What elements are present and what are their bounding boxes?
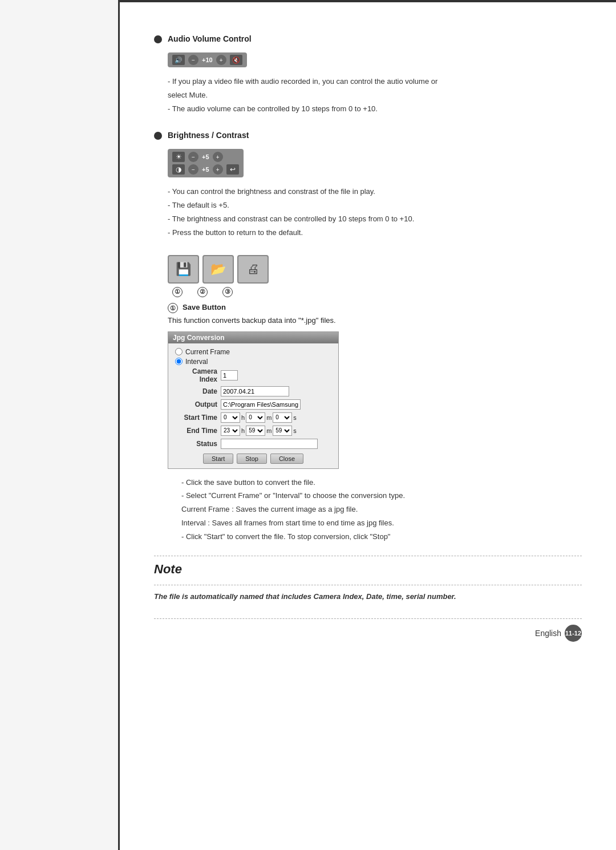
- end-time-row: End Time 23 h 59 m 59 s: [175, 426, 331, 436]
- dialog-buttons: Start Stop Close: [175, 454, 331, 464]
- brightness-desc4: - Press the button to return to the defa…: [168, 227, 582, 239]
- contrast-plus-icon[interactable]: +: [213, 164, 223, 175]
- brightness-desc3: - The brightness and constrast can be co…: [168, 213, 582, 225]
- save-number: ①: [168, 303, 178, 313]
- option-interval-label: Interval: [185, 358, 208, 366]
- option-current-frame-row: Current Frame: [175, 348, 331, 356]
- option-current-frame-label: Current Frame: [185, 348, 230, 356]
- contrast-minus-icon[interactable]: −: [188, 164, 198, 175]
- icon-buttons-row: 💾 📂 🖨: [168, 255, 582, 284]
- start-button[interactable]: Start: [203, 454, 233, 464]
- date-row: Date: [175, 386, 331, 396]
- audio-bullet-dot: [154, 35, 162, 43]
- save-bullet-5: - Click "Start" to convert the file. To …: [181, 531, 582, 543]
- audio-label: Audio Volume Control: [168, 34, 252, 43]
- status-input: [221, 439, 318, 449]
- camera-index-label: Camera Index: [175, 367, 221, 383]
- brightness-value: +5: [202, 153, 209, 160]
- end-time-label: End Time: [175, 427, 221, 435]
- end-min-select[interactable]: 59: [246, 426, 265, 436]
- output-label: Output: [175, 400, 221, 408]
- page-footer: English 11-12: [154, 625, 582, 642]
- btn-label-3: ③: [222, 287, 233, 297]
- save-bullet-2: - Select "Current Frame" or "Interval" t…: [181, 490, 582, 502]
- contrast-value: +5: [202, 166, 209, 173]
- output-input[interactable]: [221, 399, 301, 410]
- separator-line: [154, 556, 582, 556]
- main-content: Audio Volume Control 🔊 − +10 + 🔇 - If yo…: [120, 0, 616, 850]
- brightness-plus-icon[interactable]: +: [213, 152, 223, 162]
- start-min-select[interactable]: 0: [246, 412, 265, 423]
- brightness-bullet-item: Brightness / Contrast: [154, 131, 582, 140]
- stop-button[interactable]: Stop: [237, 454, 267, 464]
- brightness-control-bar: ☀ − +5 + ◑ − +5: [168, 149, 244, 177]
- jpg-dialog: Jpg Conversion Current Frame Interval Ca…: [168, 331, 339, 469]
- end-hour-select[interactable]: 23: [221, 426, 240, 436]
- note-heading: Note: [154, 562, 582, 577]
- start-sec-select[interactable]: 0: [273, 412, 292, 423]
- start-hour-select[interactable]: 0: [221, 412, 240, 423]
- audio-bullet-item: Audio Volume Control: [154, 34, 582, 43]
- speaker-icon: 🔊: [172, 55, 185, 65]
- brightness-row2: ◑ − +5 + ↩: [172, 164, 239, 175]
- mute-icon[interactable]: 🔇: [230, 55, 242, 65]
- brightness-section: Brightness / Contrast ☀ − +5 +: [154, 131, 582, 238]
- save-desc: This function converts backup data into …: [168, 316, 582, 325]
- option-interval-radio[interactable]: [175, 358, 183, 365]
- save-section: ① Save Button This function converts bac…: [168, 303, 582, 543]
- start-time-row: Start Time 0 h 0 m 0 s: [175, 412, 331, 423]
- return-icon[interactable]: ↩: [226, 164, 239, 175]
- audio-desc1b: select Mute.: [168, 90, 582, 102]
- save-icon-button[interactable]: 💾: [168, 255, 199, 284]
- status-row: Status: [175, 439, 331, 449]
- option-interval-row: Interval: [175, 358, 331, 366]
- icon-buttons-labels: ① ② ③: [168, 287, 582, 297]
- note-section: Note The file is automatically named tha…: [154, 562, 582, 603]
- btn-label-1: ①: [172, 287, 183, 297]
- audio-section: Audio Volume Control 🔊 − +10 + 🔇 - If yo…: [154, 34, 582, 115]
- btn-label-2: ②: [197, 287, 208, 297]
- save-bullet-3: Current Frame : Saves the current image …: [181, 504, 582, 516]
- audio-desc1: - If you play a video file with audio re…: [168, 76, 582, 88]
- output-row: Output: [175, 399, 331, 410]
- save-title-row: ① Save Button: [168, 303, 582, 314]
- save-bullet-4: Interval : Saves all frames from start t…: [181, 517, 582, 529]
- brightness-desc1: - You can control the brightness and con…: [168, 186, 582, 198]
- start-time-label: Start Time: [175, 414, 221, 422]
- audio-control-bar: 🔊 − +10 + 🔇: [168, 52, 247, 67]
- jpg-dialog-body: Current Frame Interval Camera Index Date: [168, 343, 338, 468]
- left-sidebar: [0, 0, 120, 850]
- save-title: Save Button: [183, 303, 226, 311]
- brightness-label: Brightness / Contrast: [168, 131, 249, 140]
- option-current-frame-radio[interactable]: [175, 348, 183, 355]
- contrast-icon: ◑: [172, 164, 185, 175]
- save-bullet-1: - Click the save button to convert the f…: [181, 477, 582, 489]
- language-label: English: [535, 629, 561, 638]
- date-input[interactable]: [221, 386, 289, 396]
- page-wrapper: Audio Volume Control 🔊 − +10 + 🔇 - If yo…: [0, 0, 616, 850]
- status-label: Status: [175, 440, 221, 448]
- audio-value: +10: [202, 56, 213, 63]
- date-label: Date: [175, 387, 221, 395]
- close-button[interactable]: Close: [270, 454, 303, 464]
- top-border: [120, 0, 616, 2]
- note-body: The file is automatically named that inc…: [154, 591, 582, 603]
- print-icon-button[interactable]: 🖨: [237, 255, 269, 284]
- brightness-bullet-dot: [154, 132, 162, 140]
- brightness-desc2: - The default is +5.: [168, 200, 582, 212]
- camera-index-input[interactable]: [221, 370, 238, 381]
- page-number-badge: 11-12: [565, 625, 582, 642]
- note-top-divider: [154, 585, 582, 585]
- audio-minus-icon[interactable]: −: [188, 55, 198, 65]
- jpg-dialog-title: Jpg Conversion: [168, 332, 338, 343]
- brightness-minus-icon[interactable]: −: [188, 152, 198, 162]
- camera-index-row: Camera Index: [175, 367, 331, 383]
- open-icon-button[interactable]: 📂: [202, 255, 234, 284]
- note-bottom-divider: [154, 618, 582, 619]
- audio-plus-icon[interactable]: +: [216, 55, 226, 65]
- audio-desc2: - The audio volume can be controlled by …: [168, 103, 582, 115]
- sun-icon: ☀: [172, 152, 185, 162]
- end-sec-select[interactable]: 59: [273, 426, 292, 436]
- brightness-row1: ☀ − +5 +: [172, 152, 239, 162]
